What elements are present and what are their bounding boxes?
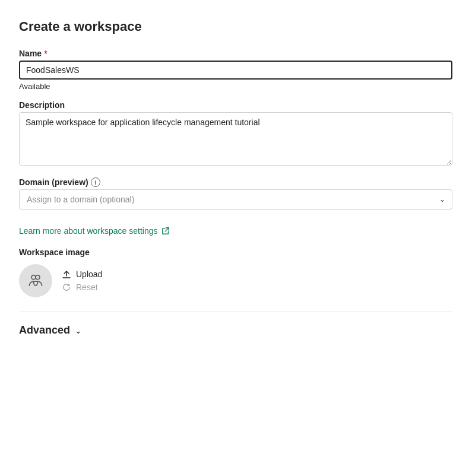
reset-icon: [62, 283, 71, 292]
domain-field-group: Domain (preview) i Assign to a domain (o…: [19, 177, 453, 210]
svg-point-0: [31, 275, 36, 280]
reset-button: Reset: [62, 283, 102, 292]
upload-label: Upload: [76, 269, 102, 279]
domain-select[interactable]: Assign to a domain (optional): [19, 189, 452, 210]
domain-label: Domain (preview) i: [19, 177, 453, 187]
name-field-group: Name * Available: [19, 49, 453, 91]
upload-icon: [62, 269, 71, 279]
workspace-avatar: [19, 264, 52, 297]
advanced-title: Advanced: [19, 324, 70, 337]
reset-label: Reset: [76, 283, 98, 292]
learn-more-link[interactable]: Learn more about workspace settings: [19, 226, 170, 236]
name-label: Name *: [19, 49, 453, 58]
advanced-chevron-icon: ⌄: [75, 326, 82, 335]
advanced-section[interactable]: Advanced ⌄: [19, 324, 453, 337]
section-divider: [19, 312, 453, 312]
external-link-icon: [161, 226, 170, 236]
availability-status: Available: [19, 82, 453, 91]
image-actions: Upload Reset: [62, 269, 102, 292]
workspace-image-row: Upload Reset: [19, 264, 453, 297]
description-field-group: Description Sample workspace for applica…: [19, 100, 453, 168]
page-title: Create a workspace: [19, 19, 453, 34]
name-input[interactable]: [19, 61, 452, 80]
domain-info-icon[interactable]: i: [91, 177, 100, 187]
learn-more-text: Learn more about workspace settings: [19, 226, 157, 236]
required-indicator: *: [44, 49, 47, 58]
upload-button[interactable]: Upload: [62, 269, 102, 279]
description-label: Description: [19, 100, 453, 110]
domain-select-wrapper: Assign to a domain (optional) ⌄: [19, 189, 452, 210]
workspace-image-section: Workspace image Upload: [19, 247, 453, 297]
description-input[interactable]: Sample workspace for application lifecyc…: [19, 112, 452, 166]
workspace-image-label: Workspace image: [19, 247, 453, 257]
svg-point-1: [36, 275, 40, 280]
